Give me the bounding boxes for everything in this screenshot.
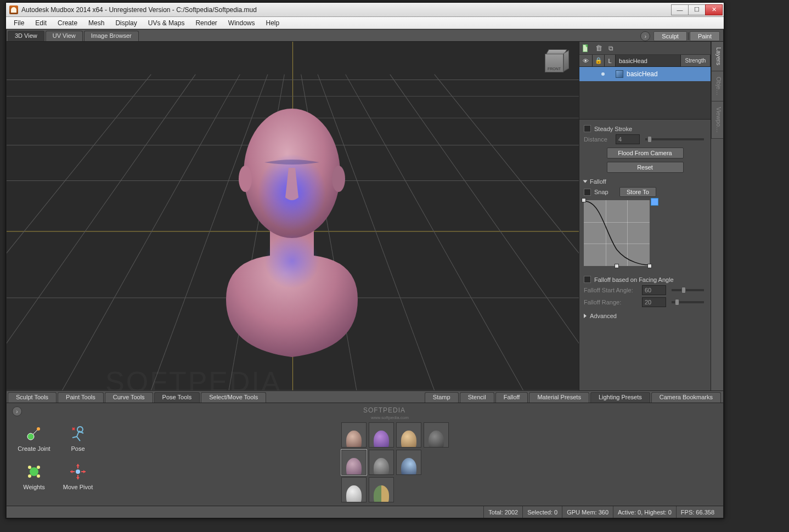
duplicate-layer-icon[interactable]: ⧉: [607, 44, 615, 52]
menu-windows[interactable]: Windows: [223, 18, 261, 28]
svg-line-2: [7, 75, 151, 390]
side-tab-layers[interactable]: Layers: [711, 42, 723, 71]
menu-uvs-maps[interactable]: UVs & Maps: [143, 18, 190, 28]
mesh-icon: [616, 70, 623, 78]
falloff-section-header[interactable]: Falloff: [584, 178, 706, 185]
tool-move-pivot[interactable]: Move Pivot: [56, 457, 100, 495]
layer-item-label: basicHead: [627, 70, 658, 78]
lighting-preset-4[interactable]: [424, 422, 449, 448]
falloff-range-field[interactable]: 20: [642, 297, 666, 307]
minimize-button[interactable]: —: [671, 4, 689, 15]
snap-checkbox[interactable]: [584, 189, 591, 196]
tool-create-joint[interactable]: Create Joint: [12, 418, 56, 457]
mode-sculpt[interactable]: Sculpt: [653, 31, 687, 41]
titlebar[interactable]: Autodesk Mudbox 2014 x64 - Unregistered …: [6, 3, 724, 17]
tool-label: Move Pivot: [63, 484, 93, 490]
menu-edit[interactable]: Edit: [30, 18, 52, 28]
tab-material-presets[interactable]: Material Presets: [529, 392, 589, 403]
weights-icon: [24, 462, 44, 482]
viewport-3d[interactable]: FRONT SOFTPEDIA: [7, 42, 579, 390]
flood-from-camera-button[interactable]: Flood From Camera: [607, 148, 684, 159]
tool-label: Pose: [71, 445, 84, 452]
col-name: basicHead: [616, 55, 681, 66]
viewcube-front[interactable]: FRONT: [545, 54, 563, 72]
col-lock[interactable]: 🔒: [593, 55, 605, 66]
menu-mesh[interactable]: Mesh: [83, 18, 110, 28]
tab-image-browser[interactable]: Image Browser: [84, 31, 139, 41]
tab-stencil[interactable]: Stencil: [460, 392, 494, 403]
menu-file[interactable]: File: [8, 18, 30, 28]
tab-falloff[interactable]: Falloff: [495, 392, 528, 403]
facing-angle-checkbox[interactable]: [584, 276, 591, 283]
svg-point-23: [332, 166, 345, 192]
menu-help[interactable]: Help: [261, 18, 285, 28]
lighting-preset-7[interactable]: [396, 450, 421, 475]
tab-camera-bookmarks[interactable]: Camera Bookmarks: [651, 392, 721, 403]
lighting-preset-2[interactable]: [369, 422, 394, 448]
falloff-start-slider[interactable]: [672, 289, 704, 291]
steady-stroke-checkbox[interactable]: [584, 125, 591, 132]
mode-paint[interactable]: Paint: [690, 31, 720, 41]
lighting-preset-8[interactable]: [341, 477, 367, 502]
tab-3d-view[interactable]: 3D View: [8, 31, 44, 41]
tab-stamp[interactable]: Stamp: [425, 392, 459, 403]
side-tab-objects[interactable]: Obje…: [711, 71, 723, 101]
lighting-presets-tray: SOFTPEDIA www.softpedia.com: [336, 403, 723, 506]
menu-render[interactable]: Render: [190, 18, 222, 28]
side-tab-viewport[interactable]: Viewpo…: [711, 101, 723, 139]
advanced-section-header[interactable]: Advanced: [584, 313, 706, 319]
panel-collapse-button[interactable]: ›: [640, 31, 650, 41]
snap-label: Snap: [594, 189, 616, 195]
tool-label: Weights: [23, 484, 45, 490]
tool-pose[interactable]: Pose: [56, 418, 100, 457]
col-l[interactable]: L: [605, 55, 616, 66]
distance-field[interactable]: 4: [616, 134, 640, 144]
tab-select-move-tools[interactable]: Select/Move Tools: [201, 392, 266, 403]
move-pivot-icon: [68, 462, 88, 482]
reset-button[interactable]: Reset: [607, 162, 684, 173]
svg-line-4: [62, 75, 240, 390]
maximize-button[interactable]: ☐: [688, 4, 706, 15]
svg-point-32: [76, 469, 80, 474]
status-active: Active: 0, Highest: 0: [613, 506, 676, 518]
tab-curve-tools[interactable]: Curve Tools: [105, 392, 153, 403]
tab-pose-tools[interactable]: Pose Tools: [154, 392, 200, 403]
delete-layer-icon[interactable]: 🗑: [595, 44, 602, 52]
distance-slider[interactable]: [645, 138, 704, 140]
tool-weights[interactable]: Weights: [12, 457, 56, 495]
falloff-range-slider[interactable]: [672, 301, 704, 303]
tray-collapse-button[interactable]: ›: [12, 406, 22, 416]
falloff-preset-icon[interactable]: [651, 198, 658, 206]
pose-tools-tray: › Create Joint Pose: [7, 403, 336, 506]
tab-lighting-presets[interactable]: Lighting Presets: [590, 392, 650, 403]
viewcube[interactable]: FRONT: [545, 49, 570, 75]
falloff-start-label: Falloff Start Angle:: [584, 287, 639, 293]
tab-uv-view[interactable]: UV View: [46, 31, 83, 41]
status-selected: Selected: 0: [522, 506, 562, 518]
new-layer-icon[interactable]: [583, 44, 590, 52]
lighting-preset-3[interactable]: [396, 422, 421, 448]
tool-label: Create Joint: [18, 445, 50, 452]
status-bar: Total: 2002 Selected: 0 GPU Mem: 360 Act…: [7, 506, 723, 518]
lighting-preset-6[interactable]: [369, 450, 394, 475]
view-tabs: 3D View UV View Image Browser › Sculpt P…: [7, 30, 723, 42]
tab-paint-tools[interactable]: Paint Tools: [58, 392, 104, 403]
lighting-preset-1[interactable]: [341, 422, 367, 448]
falloff-start-field[interactable]: 60: [642, 285, 666, 295]
svg-point-22: [239, 166, 252, 192]
viewcube-side[interactable]: [563, 50, 569, 72]
falloff-graph[interactable]: [584, 200, 650, 266]
svg-line-26: [33, 430, 37, 434]
layer-toolbar: 🗑 ⧉: [579, 42, 711, 55]
lighting-preset-5[interactable]: [341, 450, 367, 475]
lighting-preset-9[interactable]: [369, 477, 394, 502]
head-model: [215, 102, 369, 360]
menu-display[interactable]: Display: [110, 18, 142, 28]
menu-create[interactable]: Create: [52, 18, 83, 28]
store-to-button[interactable]: Store To: [619, 187, 656, 197]
close-button[interactable]: ✕: [705, 4, 723, 15]
col-strength[interactable]: Strength: [681, 55, 711, 66]
tab-sculpt-tools[interactable]: Sculpt Tools: [8, 392, 57, 403]
layer-item-basichead[interactable]: basicHead: [579, 67, 711, 81]
col-visibility[interactable]: 👁: [579, 55, 593, 66]
